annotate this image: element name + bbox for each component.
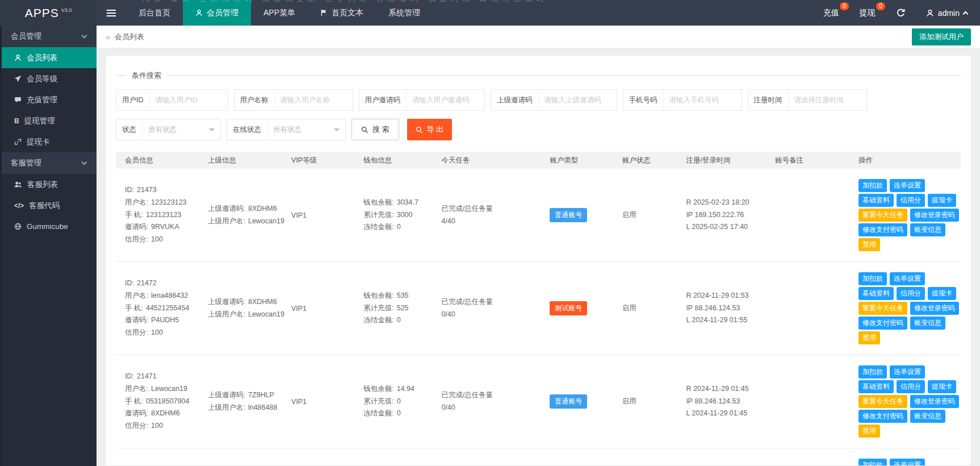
tab-dashboard[interactable]: 后台首页 <box>126 0 183 26</box>
filter-row-inputs: 用户ID 用户名称 用户邀请码 <box>116 89 961 111</box>
sidebar-item-withdraw-card[interactable]: 提现卡 <box>2 131 97 152</box>
change-pay-password-button[interactable]: 修改支付密码 <box>858 317 907 330</box>
comment-icon <box>14 96 22 103</box>
search-button[interactable]: 搜 索 <box>351 119 399 140</box>
combo-order-settings-button[interactable]: 连单设置 <box>890 365 925 378</box>
change-pay-password-button[interactable]: 修改支付密码 <box>858 223 907 236</box>
filter-label: 上级邀请码 <box>491 95 538 105</box>
tab-home-text[interactable]: 首页文本 <box>308 0 376 26</box>
search-fieldset: 条件搜索 用户ID 用户名称 <box>116 75 961 140</box>
person-icon <box>926 9 934 17</box>
parent-info-cell: 上级邀请码:8XDHM6 上级用户名:Lewocan19 <box>208 296 291 321</box>
search-icon <box>416 126 423 134</box>
refresh-button[interactable] <box>896 8 906 18</box>
recharge-shortcut[interactable]: 充值 0 <box>823 8 839 18</box>
add-deduct-funds-button[interactable]: 加扣款 <box>858 459 887 466</box>
filter-input[interactable] <box>538 90 617 110</box>
sidebar-item-withdraw-management[interactable]: B 提现管理 <box>2 110 97 131</box>
frozen-amount: 0 <box>397 409 401 417</box>
add-deduct-funds-button[interactable]: 加扣款 <box>858 179 887 192</box>
filter-input[interactable] <box>788 90 866 110</box>
filter-label: 用户名称 <box>234 95 274 105</box>
balance-change-info-button[interactable]: 账变信息 <box>910 223 945 236</box>
change-login-password-button[interactable]: 修改登录密码 <box>910 302 959 315</box>
withdraw-card-button[interactable]: 提现卡 <box>928 380 956 393</box>
group-label: 客服管理 <box>11 158 41 168</box>
vip-level-cell: VIP1 <box>291 398 363 406</box>
search-icon <box>361 126 368 134</box>
tab-member-management[interactable]: 会员管理 <box>183 0 251 26</box>
withdraw-card-button[interactable]: 提现卡 <box>928 287 956 300</box>
status-select[interactable]: 状态 所有状态 <box>116 119 221 140</box>
reset-today-task-button[interactable]: 重置今天任务 <box>858 302 907 315</box>
task-progress: 4/40 <box>441 215 545 228</box>
table-row: ID:21473 用户名:123123123 手 机:123123123 邀请码… <box>116 169 961 262</box>
globe-icon <box>14 223 22 230</box>
sidebar-item-member-list[interactable]: 会员列表 <box>2 47 97 68</box>
withdraw-shortcut[interactable]: 提现 0 <box>860 8 876 18</box>
frozen-amount: 0 <box>397 316 401 324</box>
sidebar-item-support-code[interactable]: </> 客服代码 <box>2 195 97 216</box>
tab-label: APP菜单 <box>263 8 295 18</box>
tab-app-menu[interactable]: APP菜单 <box>251 0 308 26</box>
wallet-balance: 535 <box>397 292 409 299</box>
disable-account-button[interactable]: 禁用 <box>858 238 880 251</box>
topbar-actions: 充值 0 提现 0 admin <box>823 0 980 26</box>
combo-order-settings-button[interactable]: 连单设置 <box>890 179 925 192</box>
basic-profile-button[interactable]: 基础资料 <box>858 287 894 300</box>
sidebar-item-recharge-management[interactable]: 充值管理 <box>2 89 97 110</box>
sidebar-item-member-level[interactable]: 会员等级 <box>2 68 97 89</box>
filter-input[interactable] <box>663 90 742 110</box>
add-deduct-funds-button[interactable]: 加扣款 <box>858 365 887 378</box>
member-credit-score: 100 <box>151 422 163 430</box>
change-login-password-button[interactable]: 修改登录密码 <box>910 209 959 222</box>
item-label: 客服代码 <box>29 201 60 211</box>
change-pay-password-button[interactable]: 修改支付密码 <box>858 410 907 423</box>
reg-login-time-cell: R 2024-11-29 01:53 IP 88.246.124.53 L 20… <box>686 290 775 327</box>
wallet-balance: 14.94 <box>397 385 414 393</box>
credit-score-button[interactable]: 信用分 <box>897 287 925 300</box>
admin-app: APPS V3.0 代收 首页 交易流水码 保险玩交易 任务列表 特品临码 负盈… <box>0 0 980 466</box>
add-deduct-funds-button[interactable]: 加扣款 <box>858 272 887 285</box>
combo-order-settings-button[interactable]: 连单设置 <box>890 459 925 466</box>
online-status-select[interactable]: 在线状态 所有状态 <box>227 119 346 140</box>
tab-label: 会员管理 <box>207 8 238 18</box>
credit-score-button[interactable]: 信用分 <box>897 380 925 393</box>
filter-field-group: 用户ID <box>116 89 228 111</box>
tab-system-management[interactable]: 系统管理 <box>376 0 433 26</box>
tab-label: 后台首页 <box>139 8 170 18</box>
balance-change-info-button[interactable]: 账变信息 <box>910 410 945 423</box>
export-button[interactable]: 导 出 <box>407 119 453 140</box>
account-type-cell: 普通账号 <box>550 208 622 222</box>
disable-account-button[interactable]: 禁用 <box>858 425 880 438</box>
basic-profile-button[interactable]: 基础资料 <box>858 194 894 207</box>
change-login-password-button[interactable]: 修改登录密码 <box>910 395 959 408</box>
sidebar-group-support-management[interactable]: 客服管理 <box>2 152 97 174</box>
basic-profile-button[interactable]: 基础资料 <box>858 380 894 393</box>
vip-level: VIP1 <box>291 305 307 313</box>
item-label: Gummicube <box>27 222 68 231</box>
member-username: 123123123 <box>151 198 187 206</box>
combo-order-settings-button[interactable]: 连单设置 <box>890 272 925 285</box>
withdraw-card-button[interactable]: 提现卡 <box>928 194 956 207</box>
operations-cell: 加扣款 连单设置 基础资料 信用分 提现卡 重置今天任务 修改登录密码 <box>858 457 961 466</box>
sidebar-group-member-management[interactable]: 会员管理 <box>2 26 97 47</box>
last-login-time: L 2024-11-29 01:55 <box>686 314 770 327</box>
sidebar-item-gummicube[interactable]: Gummicube <box>2 216 97 237</box>
add-test-user-button[interactable]: 添加测试用户 <box>912 28 971 45</box>
credit-score-button[interactable]: 信用分 <box>897 194 925 207</box>
table-row: ID:21470 用户名:Celebi21 手 机:05312069070 邀请… <box>116 448 961 466</box>
sidebar-item-support-list[interactable]: 客服列表 <box>2 174 97 195</box>
filter-input[interactable] <box>149 90 228 110</box>
disable-account-button[interactable]: 禁用 <box>858 331 880 344</box>
reset-today-task-button[interactable]: 重置今天任务 <box>858 209 907 222</box>
balance-change-info-button[interactable]: 账变信息 <box>910 317 945 330</box>
user-menu[interactable]: admin <box>926 9 968 18</box>
filter-input[interactable] <box>274 90 353 110</box>
col-header-vip-level: VIP等级 <box>291 156 363 165</box>
sidebar-toggle-button[interactable] <box>97 0 126 26</box>
account-type-badge: 普通账号 <box>550 208 587 222</box>
reset-today-task-button[interactable]: 重置今天任务 <box>858 395 907 408</box>
caret-down-icon <box>209 128 215 134</box>
filter-input[interactable] <box>406 90 484 110</box>
